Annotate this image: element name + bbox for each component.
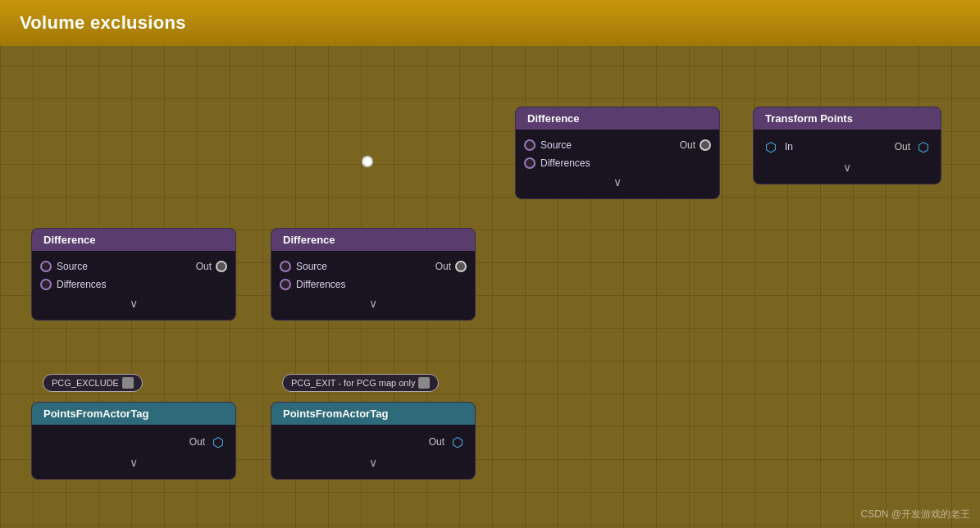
tag-pcg-exclude[interactable]: PCG_EXCLUDE: [43, 374, 143, 392]
port-source-in-top[interactable]: [524, 139, 536, 151]
out-label-pfat-mid: Out: [429, 436, 444, 448]
node-row-source-mid: Source Out: [271, 257, 475, 275]
node-body-transform: ⬡ In Out ⬡ ∨: [754, 130, 941, 184]
port-out-left[interactable]: Out: [196, 261, 227, 272]
node-header-difference-mid: Difference: [271, 229, 475, 251]
node-body-difference-top: Source Out Differences ∨: [516, 130, 719, 198]
node-header-pfat-left: PointsFromActorTag: [32, 403, 235, 425]
port-out-mid[interactable]: Out: [435, 261, 467, 272]
node-header-pfat-mid: PointsFromActorTag: [271, 403, 475, 425]
source-label-left: Source: [57, 261, 196, 272]
source-label-top: Source: [540, 139, 680, 151]
port-differences-in-top[interactable]: [524, 157, 536, 169]
node-body-pfat-left: Out ⬡ ∨: [32, 425, 235, 479]
port-out-icon-pfat-mid[interactable]: ⬡: [449, 435, 467, 449]
page-title: Volume exclusions: [20, 12, 186, 34]
node-row-source-left: Source Out: [32, 257, 235, 275]
node-body-difference-mid: Source Out Differences ∨: [271, 251, 475, 320]
node-row-differences-top: Differences: [516, 154, 719, 172]
node-row-differences-mid: Differences: [271, 275, 475, 294]
port-out-icon-transform[interactable]: ⬡: [914, 139, 932, 154]
node-difference-left[interactable]: Difference Source Out Differences ∨: [31, 228, 236, 321]
in-label-transform: In: [785, 141, 895, 152]
port-out-circle-left[interactable]: [216, 261, 227, 272]
out-label-pfat-left: Out: [189, 436, 205, 448]
chevron-pfat-left[interactable]: ∨: [32, 453, 235, 474]
node-row-out-pfat-mid: Out ⬡: [271, 431, 475, 453]
title-bar: Volume exclusions: [0, 0, 980, 46]
port-source-in-mid[interactable]: [280, 261, 291, 272]
node-header-difference-top: Difference: [516, 107, 719, 130]
port-out-top[interactable]: Out: [680, 139, 711, 151]
port-source-in-left[interactable]: [40, 261, 52, 272]
chevron-transform[interactable]: ∨: [754, 157, 941, 179]
port-out-circle-top[interactable]: [700, 139, 711, 151]
chevron-pfat-mid[interactable]: ∨: [271, 453, 475, 474]
out-label-left: Out: [196, 261, 212, 272]
node-row-transform-in: ⬡ In Out ⬡: [754, 136, 941, 157]
node-pfat-mid[interactable]: PointsFromActorTag Out ⬡ ∨: [271, 402, 476, 480]
port-out-circle-mid[interactable]: [455, 261, 467, 272]
watermark: CSDN @开发游戏的老王: [860, 508, 970, 521]
connection-dot: [362, 156, 373, 167]
node-transform-points[interactable]: Transform Points ⬡ In Out ⬡ ∨: [753, 107, 941, 184]
port-out-icon-pfat-left[interactable]: ⬡: [209, 435, 227, 449]
node-body-difference-left: Source Out Differences ∨: [32, 251, 235, 320]
tag-pcg-exit[interactable]: PCG_EXIT - for PCG map only: [282, 374, 439, 392]
chevron-left[interactable]: ∨: [32, 294, 235, 315]
differences-label-left: Differences: [57, 279, 227, 290]
node-pfat-left[interactable]: PointsFromActorTag Out ⬡ ∨: [31, 402, 236, 480]
port-differences-in-mid[interactable]: [280, 279, 291, 290]
node-body-pfat-mid: Out ⬡ ∨: [271, 425, 475, 479]
port-out-pfat-left[interactable]: Out ⬡: [189, 435, 227, 449]
port-out-transform[interactable]: Out ⬡: [895, 139, 932, 154]
tag-icon-exclude: [122, 377, 134, 389]
port-differences-in-left[interactable]: [40, 279, 52, 290]
node-difference-top[interactable]: Difference Source Out Differences ∨: [515, 107, 720, 199]
node-row-source-top: Source Out: [516, 136, 719, 154]
node-header-difference-left: Difference: [32, 229, 235, 251]
differences-label-top: Differences: [540, 157, 711, 169]
tag-icon-exit: [418, 377, 430, 389]
out-label-mid: Out: [435, 261, 451, 272]
differences-label-mid: Differences: [296, 279, 467, 290]
out-label-transform: Out: [895, 141, 910, 152]
node-difference-mid[interactable]: Difference Source Out Differences ∨: [271, 228, 476, 321]
chevron-mid[interactable]: ∨: [271, 294, 475, 315]
tag-pcg-exit-label: PCG_EXIT - for PCG map only: [291, 378, 415, 388]
port-in-icon-transform[interactable]: ⬡: [762, 139, 780, 154]
port-out-pfat-mid[interactable]: Out ⬡: [429, 435, 467, 449]
source-label-mid: Source: [296, 261, 435, 272]
tag-pcg-exclude-label: PCG_EXCLUDE: [52, 378, 119, 388]
node-row-out-pfat-left: Out ⬡: [32, 431, 235, 453]
node-header-transform: Transform Points: [754, 107, 941, 130]
out-label-top: Out: [680, 139, 695, 151]
chevron-top[interactable]: ∨: [516, 172, 719, 193]
node-row-differences-left: Differences: [32, 275, 235, 294]
